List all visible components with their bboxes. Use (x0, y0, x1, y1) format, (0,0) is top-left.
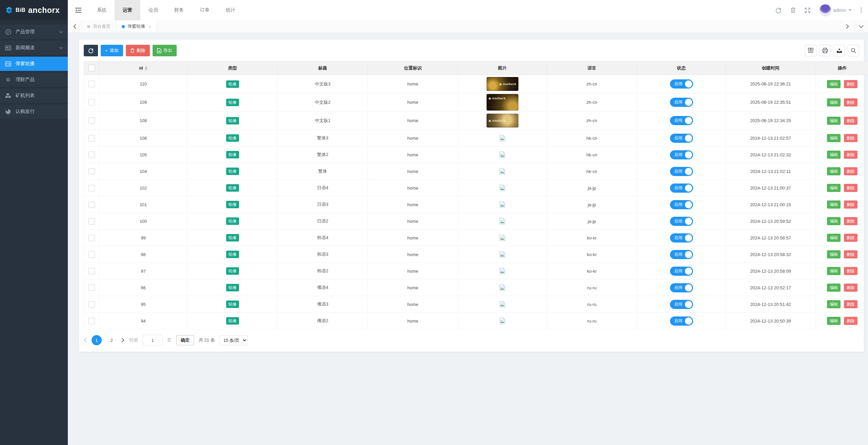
page-1[interactable]: 1 (92, 335, 102, 345)
row-checkbox[interactable] (88, 117, 95, 124)
edit-button[interactable]: 编辑 (827, 184, 841, 192)
sidebar-item-product[interactable]: P 产品管理 (0, 25, 68, 39)
row-delete-button[interactable]: 删除 (844, 284, 857, 292)
trash-icon[interactable] (790, 7, 796, 13)
edit-button[interactable]: 编辑 (827, 234, 841, 242)
edit-button[interactable]: 编辑 (827, 250, 841, 258)
search-button[interactable] (848, 45, 859, 56)
status-toggle[interactable]: 启用 (670, 183, 693, 193)
next-page-icon[interactable] (121, 338, 124, 343)
row-delete-button[interactable]: 删除 (844, 117, 857, 125)
row-checkbox[interactable] (88, 318, 95, 324)
nav-item-operation[interactable]: 运营 (115, 0, 140, 20)
row-image-banner[interactable]: ◉ AnchorX — — — — (487, 94, 518, 111)
status-toggle[interactable]: 启用 (670, 283, 693, 292)
more-menu-icon[interactable] (861, 7, 862, 13)
row-delete-button[interactable]: 删除 (844, 151, 857, 159)
sidebar-item-finance[interactable]: G 理财产品 (0, 73, 68, 87)
edit-button[interactable]: 编辑 (827, 267, 841, 275)
prev-page-icon[interactable] (84, 338, 87, 343)
edit-button[interactable]: 编辑 (827, 151, 841, 159)
sidebar-toggle-icon[interactable] (68, 0, 89, 20)
sidebar-item-miner[interactable]: 矿机列表 (0, 89, 68, 103)
sidebar-item-news[interactable]: 新闻频道 (0, 41, 68, 55)
row-delete-button[interactable]: 删除 (844, 80, 857, 88)
status-toggle[interactable]: 启用 (670, 79, 693, 89)
row-image-banner[interactable]: ◉ AnchorX — — — — (487, 77, 518, 91)
refresh-icon[interactable] (775, 7, 782, 13)
tabs-scroll-left-icon[interactable] (68, 20, 82, 33)
brand-logo[interactable]: BiB anchorx (0, 0, 68, 20)
delete-button[interactable]: 删除 (126, 45, 150, 56)
status-toggle[interactable]: 启用 (670, 134, 693, 143)
row-delete-button[interactable]: 删除 (844, 217, 857, 225)
nav-item-stats[interactable]: 统计 (218, 0, 243, 20)
row-checkbox[interactable] (88, 301, 95, 308)
status-toggle[interactable]: 启用 (670, 250, 693, 259)
columns-button[interactable] (805, 45, 816, 56)
edit-button[interactable]: 编辑 (827, 167, 841, 175)
edit-button[interactable]: 编辑 (827, 117, 841, 125)
edit-button[interactable]: 编辑 (827, 317, 841, 325)
row-checkbox[interactable] (88, 268, 95, 274)
add-button[interactable]: +添加 (101, 45, 123, 56)
row-checkbox[interactable] (88, 152, 95, 158)
tab-dashboard[interactable]: 后台首页 (82, 20, 116, 33)
confirm-button[interactable]: 确定 (176, 335, 194, 345)
edit-button[interactable]: 编辑 (827, 80, 841, 88)
row-delete-button[interactable]: 删除 (844, 300, 857, 308)
page-2[interactable]: 2 (106, 335, 117, 345)
row-delete-button[interactable]: 删除 (844, 200, 857, 209)
user-menu[interactable]: admin (819, 4, 852, 16)
edit-button[interactable]: 编辑 (827, 217, 841, 225)
tab-close-icon[interactable]: × (149, 24, 151, 29)
edit-button[interactable]: 编辑 (827, 284, 841, 292)
edit-button[interactable]: 编辑 (827, 134, 841, 142)
row-delete-button[interactable]: 删除 (844, 184, 857, 192)
nav-item-member[interactable]: 会员 (140, 0, 166, 20)
sidebar-item-banner[interactable]: 弹窗轮播 (0, 57, 68, 71)
row-checkbox[interactable] (88, 201, 95, 208)
edit-button[interactable]: 编辑 (827, 300, 841, 308)
tabs-scroll-right-icon[interactable] (840, 20, 854, 33)
goto-page-input[interactable] (143, 335, 162, 346)
status-toggle[interactable]: 启用 (670, 116, 693, 125)
row-checkbox[interactable] (88, 168, 95, 175)
per-page-select[interactable]: 15 条/页 (220, 335, 248, 345)
sidebar-item-subscribe[interactable]: 认购发行 (0, 104, 68, 119)
row-delete-button[interactable]: 删除 (844, 267, 857, 275)
print-button[interactable] (819, 45, 831, 56)
status-toggle[interactable]: 启用 (670, 233, 693, 243)
row-checkbox[interactable] (88, 285, 95, 291)
refresh-button[interactable] (84, 45, 98, 56)
row-delete-button[interactable]: 删除 (844, 250, 857, 258)
status-toggle[interactable]: 启用 (670, 300, 693, 309)
select-all-checkbox[interactable] (88, 65, 95, 71)
nav-item-order[interactable]: 订单 (192, 0, 218, 20)
status-toggle[interactable]: 启用 (670, 167, 693, 176)
status-toggle[interactable]: 启用 (670, 150, 693, 159)
row-checkbox[interactable] (88, 135, 95, 141)
status-toggle[interactable]: 启用 (670, 200, 693, 209)
row-delete-button[interactable]: 删除 (844, 134, 857, 142)
nav-item-system[interactable]: 系统 (89, 0, 115, 20)
row-checkbox[interactable] (88, 185, 95, 191)
nav-item-finance[interactable]: 财务 (166, 0, 192, 20)
row-delete-button[interactable]: 删除 (844, 317, 857, 325)
status-toggle[interactable]: 启用 (670, 267, 693, 276)
tab-banner[interactable]: 弹窗轮播 × (116, 20, 157, 33)
row-checkbox[interactable] (88, 251, 95, 258)
row-delete-button[interactable]: 删除 (844, 234, 857, 242)
row-checkbox[interactable] (88, 235, 95, 241)
row-checkbox[interactable] (88, 81, 95, 87)
row-checkbox[interactable] (88, 99, 95, 105)
fullscreen-icon[interactable] (805, 7, 810, 13)
row-delete-button[interactable]: 删除 (844, 98, 857, 107)
status-toggle[interactable]: 启用 (670, 316, 693, 326)
status-toggle[interactable]: 启用 (670, 98, 693, 107)
row-image-banner[interactable]: ◉ AnchorX — — — — (487, 114, 518, 128)
status-toggle[interactable]: 启用 (670, 217, 693, 226)
edit-button[interactable]: 编辑 (827, 98, 841, 107)
edit-button[interactable]: 编辑 (827, 200, 841, 209)
col-id[interactable]: id (99, 61, 188, 75)
